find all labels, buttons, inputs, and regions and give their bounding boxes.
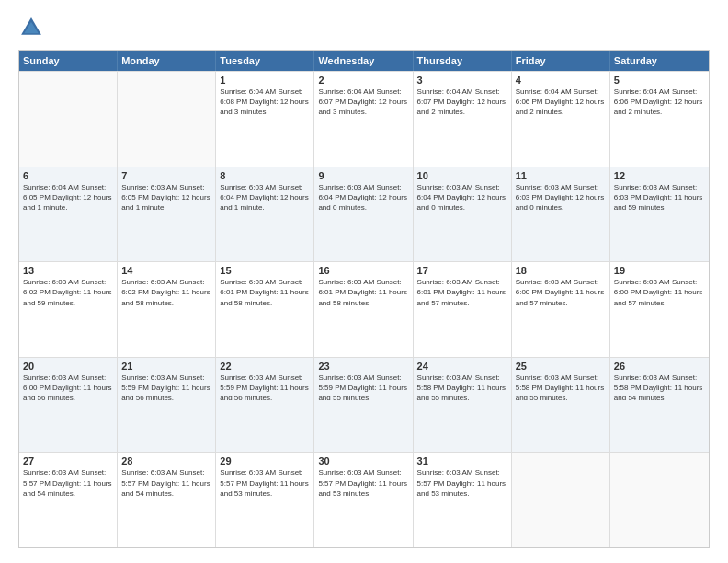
cal-cell-day-21: 21Sunrise: 6:03 AM Sunset: 5:59 PM Dayli… [118, 358, 216, 453]
cal-cell-day-10: 10Sunrise: 6:03 AM Sunset: 6:04 PM Dayli… [414, 167, 512, 262]
day-number: 18 [516, 265, 606, 276]
cal-cell-day-18: 18Sunrise: 6:03 AM Sunset: 6:00 PM Dayli… [512, 262, 610, 357]
page: SundayMondayTuesdayWednesdayThursdayFrid… [0, 0, 728, 563]
day-number: 8 [220, 170, 310, 181]
day-number: 26 [614, 361, 705, 372]
cal-cell-empty [610, 453, 709, 547]
cell-daylight-text: Sunrise: 6:04 AM Sunset: 6:07 PM Dayligh… [417, 86, 507, 118]
calendar: SundayMondayTuesdayWednesdayThursdayFrid… [18, 50, 710, 548]
weekday-header-thursday: Thursday [414, 51, 512, 71]
calendar-body: 1Sunrise: 6:04 AM Sunset: 6:08 PM Daylig… [19, 71, 709, 547]
day-number: 1 [220, 75, 310, 86]
day-number: 22 [220, 361, 310, 372]
cell-daylight-text: Sunrise: 6:03 AM Sunset: 5:57 PM Dayligh… [318, 467, 408, 499]
day-number: 23 [318, 361, 408, 372]
day-number: 9 [318, 170, 408, 181]
cell-daylight-text: Sunrise: 6:03 AM Sunset: 6:02 PM Dayligh… [23, 277, 113, 308]
cell-daylight-text: Sunrise: 6:03 AM Sunset: 5:59 PM Dayligh… [220, 373, 310, 404]
cal-cell-day-28: 28Sunrise: 6:03 AM Sunset: 5:57 PM Dayli… [118, 453, 216, 547]
cell-daylight-text: Sunrise: 6:03 AM Sunset: 6:03 PM Dayligh… [516, 182, 606, 213]
cell-daylight-text: Sunrise: 6:03 AM Sunset: 5:57 PM Dayligh… [417, 467, 507, 499]
cal-cell-day-9: 9Sunrise: 6:03 AM Sunset: 6:04 PM Daylig… [314, 167, 413, 262]
calendar-row-0: 1Sunrise: 6:04 AM Sunset: 6:08 PM Daylig… [19, 71, 709, 167]
day-number: 4 [516, 75, 606, 86]
cal-cell-day-14: 14Sunrise: 6:03 AM Sunset: 6:02 PM Dayli… [118, 262, 216, 357]
cal-cell-day-1: 1Sunrise: 6:04 AM Sunset: 6:08 PM Daylig… [216, 72, 314, 167]
cell-daylight-text: Sunrise: 6:04 AM Sunset: 6:06 PM Dayligh… [614, 86, 705, 118]
day-number: 31 [417, 455, 507, 466]
logo [18, 15, 48, 40]
day-number: 2 [318, 75, 408, 86]
cell-daylight-text: Sunrise: 6:03 AM Sunset: 5:57 PM Dayligh… [23, 467, 113, 499]
cell-daylight-text: Sunrise: 6:03 AM Sunset: 6:05 PM Dayligh… [121, 182, 211, 213]
cal-cell-empty [512, 453, 610, 547]
cell-daylight-text: Sunrise: 6:03 AM Sunset: 6:01 PM Dayligh… [220, 277, 310, 308]
cell-daylight-text: Sunrise: 6:03 AM Sunset: 6:04 PM Dayligh… [220, 182, 310, 213]
cell-daylight-text: Sunrise: 6:03 AM Sunset: 6:04 PM Dayligh… [318, 182, 408, 213]
day-number: 21 [121, 361, 211, 372]
day-number: 13 [23, 265, 113, 276]
cell-daylight-text: Sunrise: 6:04 AM Sunset: 6:08 PM Dayligh… [220, 86, 310, 118]
calendar-row-1: 6Sunrise: 6:04 AM Sunset: 6:05 PM Daylig… [19, 167, 709, 262]
day-number: 15 [220, 265, 310, 276]
cal-cell-day-26: 26Sunrise: 6:03 AM Sunset: 5:58 PM Dayli… [610, 358, 709, 453]
calendar-row-2: 13Sunrise: 6:03 AM Sunset: 6:02 PM Dayli… [19, 261, 709, 357]
day-number: 5 [614, 75, 705, 86]
cal-cell-day-31: 31Sunrise: 6:03 AM Sunset: 5:57 PM Dayli… [414, 453, 512, 547]
day-number: 10 [417, 170, 507, 181]
logo-icon [18, 15, 44, 40]
cal-cell-day-30: 30Sunrise: 6:03 AM Sunset: 5:57 PM Dayli… [314, 453, 413, 547]
cal-cell-day-27: 27Sunrise: 6:03 AM Sunset: 5:57 PM Dayli… [19, 453, 118, 547]
cell-daylight-text: Sunrise: 6:03 AM Sunset: 5:58 PM Dayligh… [516, 373, 606, 404]
cal-cell-day-20: 20Sunrise: 6:03 AM Sunset: 6:00 PM Dayli… [19, 358, 118, 453]
day-number: 30 [318, 455, 408, 466]
day-number: 12 [614, 170, 705, 181]
calendar-row-4: 27Sunrise: 6:03 AM Sunset: 5:57 PM Dayli… [19, 452, 709, 547]
day-number: 17 [417, 265, 507, 276]
cal-cell-day-22: 22Sunrise: 6:03 AM Sunset: 5:59 PM Dayli… [216, 358, 314, 453]
cell-daylight-text: Sunrise: 6:03 AM Sunset: 5:58 PM Dayligh… [417, 373, 507, 404]
day-number: 28 [121, 455, 211, 466]
cal-cell-day-2: 2Sunrise: 6:04 AM Sunset: 6:07 PM Daylig… [314, 72, 413, 167]
weekday-header-saturday: Saturday [610, 51, 709, 71]
cell-daylight-text: Sunrise: 6:03 AM Sunset: 5:57 PM Dayligh… [121, 467, 211, 499]
weekday-header-wednesday: Wednesday [314, 51, 413, 71]
cal-cell-day-15: 15Sunrise: 6:03 AM Sunset: 6:01 PM Dayli… [216, 262, 314, 357]
calendar-header: SundayMondayTuesdayWednesdayThursdayFrid… [19, 51, 709, 71]
cal-cell-day-13: 13Sunrise: 6:03 AM Sunset: 6:02 PM Dayli… [19, 262, 118, 357]
cell-daylight-text: Sunrise: 6:03 AM Sunset: 6:00 PM Dayligh… [516, 277, 606, 308]
cal-cell-day-5: 5Sunrise: 6:04 AM Sunset: 6:06 PM Daylig… [610, 72, 709, 167]
cell-daylight-text: Sunrise: 6:03 AM Sunset: 6:00 PM Dayligh… [614, 277, 705, 308]
day-number: 14 [121, 265, 211, 276]
cell-daylight-text: Sunrise: 6:03 AM Sunset: 5:58 PM Dayligh… [614, 373, 705, 404]
day-number: 25 [516, 361, 606, 372]
cal-cell-day-4: 4Sunrise: 6:04 AM Sunset: 6:06 PM Daylig… [512, 72, 610, 167]
cal-cell-day-29: 29Sunrise: 6:03 AM Sunset: 5:57 PM Dayli… [216, 453, 314, 547]
day-number: 24 [417, 361, 507, 372]
cal-cell-day-24: 24Sunrise: 6:03 AM Sunset: 5:58 PM Dayli… [414, 358, 512, 453]
cell-daylight-text: Sunrise: 6:03 AM Sunset: 6:03 PM Dayligh… [614, 182, 705, 213]
cal-cell-day-23: 23Sunrise: 6:03 AM Sunset: 5:59 PM Dayli… [314, 358, 413, 453]
cal-cell-day-8: 8Sunrise: 6:03 AM Sunset: 6:04 PM Daylig… [216, 167, 314, 262]
cell-daylight-text: Sunrise: 6:03 AM Sunset: 6:04 PM Dayligh… [417, 182, 507, 213]
day-number: 20 [23, 361, 113, 372]
weekday-header-friday: Friday [512, 51, 610, 71]
day-number: 19 [614, 265, 705, 276]
cell-daylight-text: Sunrise: 6:04 AM Sunset: 6:07 PM Dayligh… [318, 86, 408, 118]
cal-cell-empty [19, 72, 118, 167]
cell-daylight-text: Sunrise: 6:04 AM Sunset: 6:05 PM Dayligh… [23, 182, 113, 213]
cal-cell-empty [118, 72, 216, 167]
cal-cell-day-7: 7Sunrise: 6:03 AM Sunset: 6:05 PM Daylig… [118, 167, 216, 262]
cell-daylight-text: Sunrise: 6:03 AM Sunset: 5:59 PM Dayligh… [121, 373, 211, 404]
cell-daylight-text: Sunrise: 6:03 AM Sunset: 6:01 PM Dayligh… [417, 277, 507, 308]
day-number: 7 [121, 170, 211, 181]
cal-cell-day-6: 6Sunrise: 6:04 AM Sunset: 6:05 PM Daylig… [19, 167, 118, 262]
weekday-header-sunday: Sunday [19, 51, 118, 71]
day-number: 6 [23, 170, 113, 181]
cal-cell-day-17: 17Sunrise: 6:03 AM Sunset: 6:01 PM Dayli… [414, 262, 512, 357]
cell-daylight-text: Sunrise: 6:03 AM Sunset: 5:59 PM Dayligh… [318, 373, 408, 404]
day-number: 3 [417, 75, 507, 86]
cal-cell-day-11: 11Sunrise: 6:03 AM Sunset: 6:03 PM Dayli… [512, 167, 610, 262]
cal-cell-day-16: 16Sunrise: 6:03 AM Sunset: 6:01 PM Dayli… [314, 262, 413, 357]
day-number: 27 [23, 455, 113, 466]
